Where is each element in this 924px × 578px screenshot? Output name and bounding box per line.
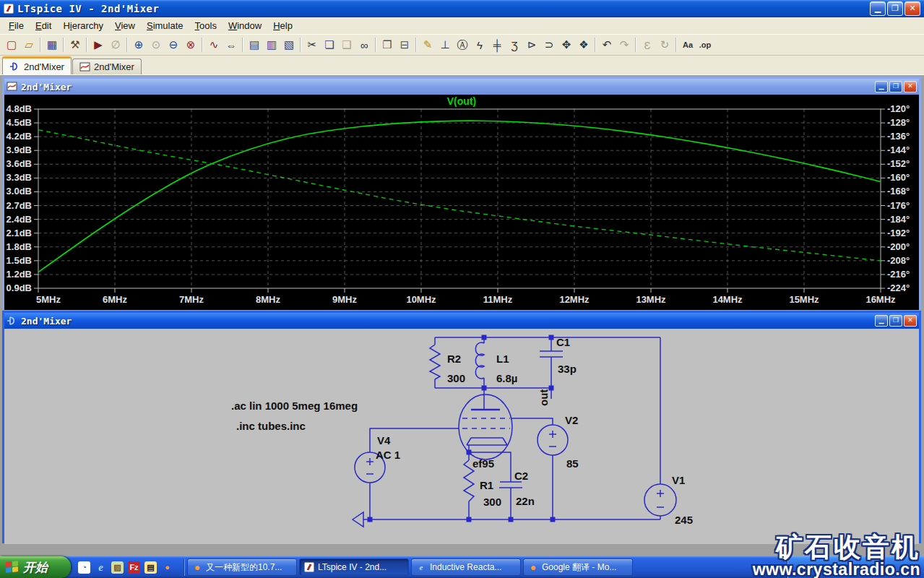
copy-icon[interactable]: ❏ [321,36,338,53]
component-ref[interactable]: ef95 [472,457,494,470]
schematic-titlebar[interactable]: 2nd'Mixer ▁ ❐ ✕ [4,313,919,329]
component-value[interactable]: 22n [516,495,535,507]
component-value[interactable]: 300 [483,496,501,508]
taskbar-button[interactable]: ●又一种新型的10.7... [187,558,297,576]
component-ref[interactable]: R2 [447,353,461,365]
redo-icon[interactable]: ↷ [616,36,633,53]
component-ref[interactable]: C2 [514,470,528,482]
component-ref[interactable]: V2 [565,414,578,426]
filezilla-icon[interactable]: Fz [128,561,140,574]
component-value[interactable]: 300 [447,372,465,384]
schematic-window[interactable]: 2nd'Mixer ▁ ❐ ✕ [2,311,921,543]
component-value[interactable]: 6.8µ [496,372,518,384]
halt-icon[interactable]: ∅ [107,36,124,53]
menu-window[interactable]: Window [223,19,267,33]
net-label-out[interactable]: out [537,389,550,406]
zoom-out-icon[interactable]: ⊖ [165,36,182,53]
plot-trace-label[interactable]: V(out) [447,95,476,107]
undo-icon[interactable]: ↶ [598,36,616,53]
inductor-L1[interactable] [475,337,484,388]
tile-vertically-icon[interactable]: ▥ [263,36,280,53]
restore-button[interactable]: ❐ [889,315,902,327]
cascade-windows-icon[interactable]: ▧ [280,36,298,53]
tab-schematic[interactable]: 2nd'Mixer [2,56,72,74]
schematic-canvas[interactable]: R2 300 L1 6.8µ C1 33p V4 AC 1 ef95 V2 85… [4,329,919,544]
menu-file[interactable]: File [3,19,30,33]
open-file-icon[interactable]: ▱ [20,36,38,53]
rotate-icon[interactable]: ↻ [656,36,673,53]
vsource-V1[interactable] [644,484,676,516]
component-icon[interactable]: ⊃ [540,36,558,53]
drag-icon[interactable]: ❖ [575,36,592,53]
minimize-button[interactable]: ▁ [870,1,886,16]
new-schematic-icon[interactable]: ▢ [3,36,20,53]
component-ref[interactable]: C1 [556,336,570,348]
component-ref[interactable]: V4 [377,434,391,447]
waveform-titlebar[interactable]: 2nd'Mixer ▁ ❐ ✕ [4,79,919,95]
net-label-icon[interactable]: Ⓐ [454,36,471,53]
system-tray[interactable] [787,556,924,578]
menu-tools[interactable]: Tools [189,19,223,33]
move-icon[interactable]: ✥ [558,36,575,53]
spice-directive[interactable]: .inc tubes.inc [236,420,306,432]
text-icon[interactable]: Aa [679,36,696,53]
tile-horizontally-icon[interactable]: ▤ [246,36,263,53]
taskbar-button[interactable]: eInductive Reacta... [411,558,521,576]
photo-icon[interactable]: ▨ [111,561,124,574]
start-button[interactable]: 开始 [0,556,71,578]
close-button[interactable]: ✕ [904,81,917,92]
autorange-y-axis-icon[interactable]: ∿ [205,36,223,53]
taskbar-button[interactable]: LTspice IV - 2nd... [299,558,409,576]
component-ref[interactable]: R1 [480,479,493,491]
diode-icon[interactable]: ⊳ [523,36,540,53]
restore-button[interactable]: ❐ [889,81,902,92]
ground-icon[interactable]: ⊥ [436,36,454,53]
close-button[interactable]: ✕ [904,315,917,327]
run-icon[interactable]: ▶ [90,36,107,53]
find-icon[interactable]: ∞ [355,36,373,53]
waveform-plot[interactable]: 4.8dB-120°4.5dB-128°4.2dB-136°3.9dB-144°… [4,95,919,307]
ie-icon[interactable]: e [95,561,107,574]
print-preview-icon[interactable]: ❒ [379,36,396,53]
menu-simulate[interactable]: Simulate [141,19,189,33]
component-value[interactable]: 33p [558,363,577,375]
browser-icon[interactable]: ◔ [78,561,90,574]
zoom-back-icon[interactable]: ⊙ [147,36,165,53]
resistor-icon[interactable]: ϟ [471,36,488,53]
schematic-drawing[interactable]: R2 300 L1 6.8µ C1 33p V4 AC 1 ef95 V2 85… [4,329,919,541]
ground-symbol[interactable] [353,512,363,527]
zoom-full-extents-icon[interactable]: ⊗ [182,36,199,53]
menu-edit[interactable]: Edit [30,19,57,33]
mirror-icon[interactable]: Ɛ [639,36,656,53]
paste-icon[interactable]: ❑ [338,36,355,53]
restore-button[interactable]: ❐ [887,1,903,16]
plot-area[interactable]: 4.8dB-120°4.5dB-128°4.2dB-136°3.9dB-144°… [4,95,919,310]
menu-help[interactable]: Help [267,19,298,33]
waveform-window[interactable]: 2nd'Mixer ▁ ❐ ✕ 4.8dB-120°4.5dB-128°4.2d… [2,77,921,309]
resistor-R2[interactable] [430,337,440,388]
spice-directive-icon[interactable]: .op [696,36,714,53]
pan-icon[interactable]: ⇔ [223,36,240,53]
zoom-in-icon[interactable]: ⊕ [130,36,147,53]
tab-waveform[interactable]: 2nd'Mixer [72,59,142,74]
menu-view[interactable]: View [109,19,141,33]
save-icon[interactable]: ▦ [43,36,61,53]
tube-ef95[interactable] [459,388,512,460]
close-button[interactable]: ✕ [904,1,920,16]
minimize-button[interactable]: ▁ [875,315,888,327]
minimize-button[interactable]: ▁ [875,81,888,92]
component-ref[interactable]: V1 [672,474,685,486]
control-panel-icon[interactable]: ⚒ [66,36,84,53]
vsource-V2[interactable] [537,425,568,455]
component-ref[interactable]: L1 [496,353,509,365]
capacitor-icon[interactable]: ╪ [488,36,506,53]
component-value[interactable]: 245 [675,514,693,526]
print-icon[interactable]: ⊟ [396,36,413,53]
main-titlebar[interactable]: LTspice IV - 2nd'Mixer ▁ ❐ ✕ [0,0,924,17]
component-value[interactable]: 85 [566,457,579,470]
taskbar-button[interactable]: ●Google 翻译 - Mo... [523,558,633,576]
editor-icon[interactable]: ▤ [144,561,157,574]
firefox-icon[interactable]: ● [161,561,173,574]
cut-icon[interactable]: ✂ [303,36,321,53]
inductor-icon[interactable]: Ʒ [506,36,523,53]
